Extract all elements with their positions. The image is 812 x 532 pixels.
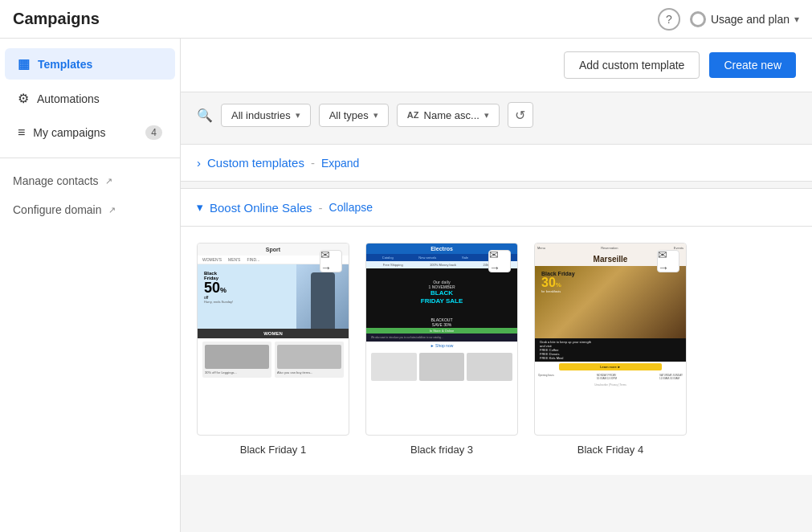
sidebar-item-automations[interactable]: ⚙ Automations: [5, 83, 175, 114]
sidebar-item-label: My campaigns: [33, 126, 105, 139]
template-label: Black Friday 1: [197, 436, 349, 459]
app-header: Campaigns ? Usage and plan ▾: [0, 0, 812, 39]
types-label: All types: [329, 109, 369, 121]
usage-label: Usage and plan: [711, 13, 790, 26]
chevron-down-icon: ▾: [484, 110, 489, 121]
template-card[interactable]: ✉ → MenuReservationEvents Marseille Blac…: [534, 243, 687, 459]
sort-label: Name asc...: [424, 109, 479, 121]
content-toolbar: Add custom template Create new: [181, 39, 812, 92]
chevron-down-icon: ▾: [373, 110, 378, 121]
template-thumbnail: ✉ → Electros CatalogNew arrivalsSaleShop…: [365, 243, 518, 436]
collapse-chevron-icon: ▾: [197, 200, 203, 215]
external-link-icon: ↗: [105, 176, 112, 186]
sidebar-item-templates[interactable]: ▦ Templates: [5, 48, 175, 80]
send-icon: ✉ →: [488, 250, 511, 272]
sort-filter[interactable]: AZ Name asc... ▾: [397, 104, 500, 127]
template-label: Black Friday 4: [534, 436, 687, 459]
sidebar-item-my-campaigns[interactable]: ≡ My campaigns 4: [5, 117, 175, 148]
template-card[interactable]: ✉ → Sport WOMEN'SMEN'SFIND... Black Frid…: [197, 243, 349, 459]
template-thumbnail: ✉ → MenuReservationEvents Marseille Blac…: [534, 243, 687, 436]
sidebar: ▦ Templates ⚙ Automations ≡ My campaigns…: [0, 39, 181, 532]
search-icon[interactable]: 🔍: [197, 108, 213, 123]
chevron-down-icon: ▾: [296, 110, 300, 121]
collapse-icon: ›: [197, 156, 201, 170]
create-new-button[interactable]: Create new: [709, 52, 796, 78]
filters-bar: 🔍 All industries ▾ All types ▾ AZ Name a…: [181, 92, 812, 137]
sidebar-item-label: Automations: [37, 92, 100, 105]
industries-label: All industries: [231, 109, 291, 121]
header-right: ? Usage and plan ▾: [658, 8, 799, 31]
usage-and-plan-button[interactable]: Usage and plan ▾: [690, 11, 799, 27]
manage-contacts-label: Manage contacts: [13, 174, 99, 187]
help-button[interactable]: ?: [658, 8, 680, 31]
template-label: Black friday 3: [365, 436, 518, 459]
sidebar-divider: [0, 158, 180, 158]
boost-online-sales-section[interactable]: ▾ Boost Online Sales - Collapse: [181, 188, 812, 227]
custom-templates-section[interactable]: › Custom templates - Expand: [181, 144, 812, 182]
template-card[interactable]: ✉ → Electros CatalogNew arrivalsSaleShop…: [365, 243, 518, 459]
templates-icon: ▦: [18, 56, 30, 72]
template-thumbnail: ✉ → Sport WOMEN'SMEN'SFIND... Black Frid…: [197, 243, 349, 436]
send-icon: ✉ →: [320, 250, 342, 272]
manage-contacts-link[interactable]: Manage contacts ↗: [0, 168, 180, 194]
chevron-down-icon: ▾: [794, 14, 799, 25]
add-custom-template-button[interactable]: Add custom template: [564, 51, 700, 79]
main-content: Add custom template Create new 🔍 All ind…: [181, 39, 812, 532]
template-grid: ✉ → Sport WOMEN'SMEN'SFIND... Black Frid…: [181, 227, 812, 475]
main-layout: ▦ Templates ⚙ Automations ≡ My campaigns…: [0, 39, 812, 532]
collapse-action[interactable]: Collapse: [329, 201, 373, 214]
app-title: Campaigns: [13, 10, 100, 28]
industries-filter[interactable]: All industries ▾: [221, 104, 311, 127]
sort-prefix-label: AZ: [407, 110, 419, 120]
refresh-button[interactable]: ↺: [508, 102, 533, 128]
sidebar-item-label: Templates: [38, 58, 92, 71]
usage-circle-icon: [690, 11, 706, 27]
expand-action[interactable]: Expand: [321, 157, 359, 170]
automations-icon: ⚙: [18, 91, 29, 106]
configure-domain-link[interactable]: Configure domain ↗: [0, 197, 180, 223]
section-title: Boost Online Sales: [210, 201, 312, 215]
my-campaigns-icon: ≡: [18, 125, 25, 140]
configure-domain-label: Configure domain: [13, 203, 102, 216]
section-title: Custom templates: [207, 156, 304, 170]
types-filter[interactable]: All types ▾: [319, 104, 389, 127]
my-campaigns-badge: 4: [145, 125, 162, 140]
send-icon: ✉ →: [657, 250, 679, 272]
external-link-icon: ↗: [108, 205, 116, 215]
